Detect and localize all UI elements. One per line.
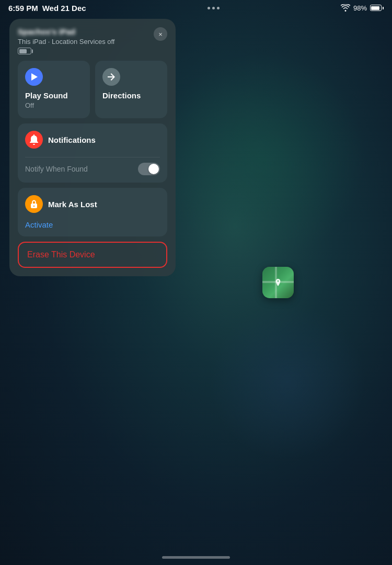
map-thumbnail [262, 267, 294, 298]
mark-as-lost-section: Mark As Lost Activate [18, 188, 167, 236]
dot3 [217, 7, 220, 9]
erase-section[interactable]: Erase This Device [18, 242, 167, 268]
toggle-knob [148, 164, 159, 174]
device-name: Spachos's iPad [18, 27, 154, 36]
notifications-section: Notifications Notify When Found [18, 123, 167, 183]
notify-toggle[interactable] [138, 163, 160, 175]
erase-label: Erase This Device [27, 250, 95, 259]
status-date: Wed 21 Dec [42, 4, 86, 13]
status-bar: 6:59 PM Wed 21 Dec 98% [0, 0, 392, 16]
play-sound-tile[interactable]: Play Sound Off [18, 61, 90, 118]
play-sound-icon [25, 68, 43, 86]
battery-icon [370, 5, 384, 11]
play-sound-title: Play Sound [25, 91, 83, 100]
mark-lost-title: Mark As Lost [48, 200, 97, 209]
status-icons: 98% [341, 4, 384, 12]
mark-lost-header: Mark As Lost [25, 195, 160, 213]
action-row: Play Sound Off Directions [18, 61, 167, 118]
lock-icon [29, 199, 39, 209]
notifications-title: Notifications [48, 135, 96, 144]
directions-icon [102, 68, 120, 86]
directions-tile[interactable]: Directions [95, 61, 167, 118]
wifi-icon [341, 4, 350, 12]
device-panel: Spachos's iPad This iPad · Location Serv… [9, 19, 176, 276]
bg-blob1 [157, 52, 366, 262]
directions-arrow-icon [107, 72, 116, 82]
mark-lost-icon [25, 195, 43, 213]
status-dots [207, 7, 220, 9]
directions-title: Directions [102, 91, 160, 100]
floating-app-icon[interactable] [262, 267, 294, 298]
play-sound-subtitle: Off [25, 101, 83, 109]
device-info: Spachos's iPad This iPad · Location Serv… [18, 27, 154, 54]
dot2 [212, 7, 215, 9]
panel-battery-indicator [18, 48, 154, 54]
notifications-icon [25, 131, 43, 149]
device-status: This iPad · Location Services off [18, 38, 154, 46]
notify-when-found-row: Notify When Found [25, 157, 160, 175]
battery-percent: 98% [353, 4, 367, 12]
bell-icon [29, 134, 39, 145]
svg-point-1 [33, 206, 34, 207]
activate-link[interactable]: Activate [25, 220, 160, 229]
home-indicator [162, 556, 230, 559]
notifications-header: Notifications [25, 131, 160, 149]
bg-blob2 [209, 303, 366, 460]
dot1 [207, 7, 210, 9]
panel-header: Spachos's iPad This iPad · Location Serv… [18, 27, 167, 54]
notify-when-found-label: Notify When Found [25, 165, 88, 173]
play-triangle [31, 73, 38, 81]
close-button[interactable]: × [154, 27, 167, 41]
status-time: 6:59 PM [8, 4, 38, 13]
